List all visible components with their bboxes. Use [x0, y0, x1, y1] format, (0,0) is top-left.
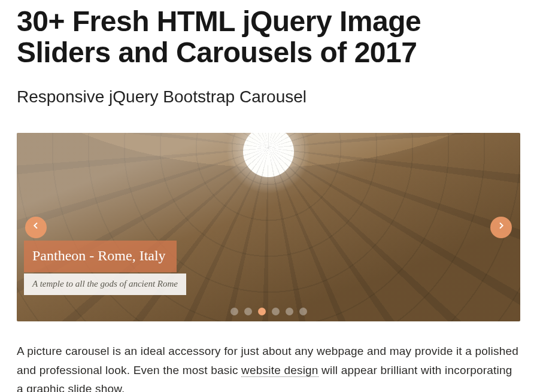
carousel-dot[interactable] — [258, 308, 266, 315]
carousel-caption-subtitle: A temple to all the gods of ancient Rome — [24, 274, 186, 296]
page-title: 30+ Fresh HTML jQuery Image Sliders and … — [17, 6, 520, 68]
carousel-dots — [17, 308, 520, 315]
carousel-prev-button[interactable] — [25, 217, 47, 238]
section-subtitle: Responsive jQuery Bootstrap Carousel — [17, 85, 520, 110]
intro-paragraph: A picture carousel is an ideal accessory… — [17, 342, 520, 392]
carousel-caption: Pantheon - Rome, Italy A temple to all t… — [24, 241, 186, 296]
website-design-link[interactable]: website design — [241, 364, 318, 377]
carousel-caption-title: Pantheon - Rome, Italy — [24, 241, 177, 272]
arrow-left-icon — [31, 220, 41, 234]
carousel-dot[interactable] — [286, 308, 293, 315]
carousel-dot[interactable] — [230, 308, 238, 315]
carousel-dot[interactable] — [299, 308, 307, 315]
carousel-dot[interactable] — [244, 308, 252, 315]
carousel-dot[interactable] — [272, 308, 280, 315]
image-carousel: Pantheon - Rome, Italy A temple to all t… — [17, 133, 520, 321]
carousel-next-button[interactable] — [490, 217, 512, 238]
arrow-right-icon — [496, 220, 506, 234]
